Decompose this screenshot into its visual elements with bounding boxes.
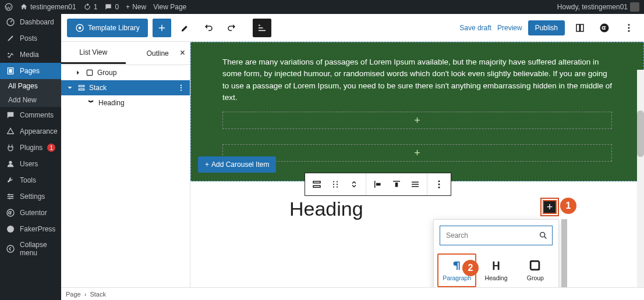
inserter-search-input[interactable] [440, 226, 553, 245]
preview-button[interactable]: Preview [497, 24, 522, 32]
svg-point-14 [7, 245, 14, 252]
comments-link[interactable]: 0 [104, 3, 119, 11]
updates-count: 1 [94, 3, 98, 11]
sidebar-item-gutentor[interactable]: Gutentor [0, 205, 61, 221]
sidebar-item-users[interactable]: Users [0, 156, 61, 172]
inserter-group[interactable]: Group [516, 253, 555, 287]
svg-point-25 [628, 30, 630, 31]
sidebar-item-fakerpress[interactable]: FakerPress [0, 221, 61, 237]
bt-move-icon[interactable] [345, 175, 363, 194]
breadcrumb: Page › Stack [61, 287, 644, 300]
svg-rect-45 [412, 184, 419, 185]
carousel-block[interactable]: There are many variations of passages of… [190, 42, 644, 181]
svg-point-38 [337, 184, 338, 185]
more-options-button[interactable] [620, 19, 638, 37]
new-link[interactable]: +New [126, 3, 146, 11]
listview-toggle-button[interactable] [253, 19, 271, 37]
tab-listview[interactable]: List View [61, 42, 126, 64]
plugins-badge: 1 [47, 144, 55, 152]
chevron-down-icon [66, 84, 74, 92]
group-icon [86, 69, 94, 77]
sidebar-item-settings[interactable]: Settings [0, 188, 61, 205]
submenu-add-new[interactable]: Add New [0, 93, 61, 107]
site-name-link[interactable]: testingemen01 [20, 3, 76, 11]
callout-2: 2 [462, 260, 479, 276]
svg-point-36 [333, 186, 334, 187]
edit-mode-button[interactable] [176, 19, 194, 37]
sidebar-item-collapse[interactable]: Collapse menu [0, 237, 61, 260]
breadcrumb-page[interactable]: Page [66, 291, 81, 298]
sidebar-item-plugins[interactable]: Plugins1 [0, 140, 61, 156]
add-zone-2[interactable]: + [222, 144, 612, 162]
svg-point-9 [8, 194, 10, 195]
template-library-button[interactable]: Template Library [67, 19, 148, 37]
svg-point-2 [8, 53, 9, 55]
listview-panel: List View Outline × Group Stack [61, 42, 190, 300]
svg-rect-4 [9, 69, 12, 73]
gutentor-icon[interactable] [595, 19, 614, 37]
callout-1: 1 [560, 198, 576, 214]
sidebar-item-pages[interactable]: Pages [0, 63, 61, 79]
howdy-link[interactable]: Howdy, testingemen01 [557, 2, 639, 12]
inline-add-block-button[interactable]: + [543, 200, 557, 214]
chevron-right-icon [74, 69, 82, 77]
editor-toolbar: Template Library Save draft Preview Publ… [61, 14, 644, 42]
admin-bar: testingemen01 1 0 +New View Page Howdy, … [0, 0, 644, 14]
view-page-link[interactable]: View Page [153, 3, 186, 11]
svg-rect-51 [531, 262, 540, 270]
add-zone-1[interactable]: + [222, 112, 612, 129]
sidebar-item-comments[interactable]: Comments [0, 107, 61, 123]
page-scrollbar[interactable] [637, 70, 644, 287]
updates-link[interactable]: 1 [83, 3, 98, 11]
heading-block[interactable]: Heading [289, 198, 363, 220]
svg-rect-33 [313, 185, 320, 187]
bt-drag-icon[interactable] [326, 175, 345, 194]
editor: Template Library Save draft Preview Publ… [61, 14, 644, 300]
bt-more-icon[interactable] [430, 175, 448, 194]
svg-rect-27 [79, 85, 84, 87]
redo-button[interactable] [222, 19, 241, 37]
tree-item-heading[interactable]: Heading [61, 95, 190, 110]
svg-rect-42 [393, 181, 400, 182]
inserter-heading[interactable]: Heading [476, 253, 515, 287]
settings-panel-button[interactable] [571, 19, 589, 37]
svg-rect-26 [87, 70, 92, 75]
svg-point-29 [181, 85, 182, 86]
site-name: testingemen01 [30, 3, 76, 11]
svg-rect-18 [259, 27, 263, 28]
tree-more-icon[interactable] [177, 84, 185, 92]
bt-stack-icon[interactable] [307, 175, 326, 194]
svg-rect-46 [412, 186, 419, 187]
comments-count: 0 [115, 3, 119, 11]
tree-item-group[interactable]: Group [61, 65, 190, 80]
submenu-all-pages[interactable]: All Pages [0, 79, 61, 93]
svg-rect-20 [576, 24, 579, 31]
sidebar-item-media[interactable]: Media [0, 47, 61, 63]
sidebar-item-posts[interactable]: Posts [0, 30, 61, 47]
sidebar-item-tools[interactable]: Tools [0, 172, 61, 188]
avatar [630, 2, 639, 12]
svg-point-48 [438, 184, 440, 185]
svg-rect-43 [395, 183, 398, 187]
lorem-paragraph: There are many variations of passages of… [222, 56, 612, 103]
undo-button[interactable] [199, 19, 218, 37]
bt-align-full-icon[interactable] [406, 175, 424, 194]
publish-button[interactable]: Publish [528, 20, 565, 35]
add-carousel-item-button[interactable]: +Add Carousel Item [198, 156, 276, 173]
sidebar-item-appearance[interactable]: Appearance [0, 123, 61, 140]
breadcrumb-stack[interactable]: Stack [90, 291, 106, 298]
add-block-toolbar-button[interactable] [153, 19, 171, 37]
tree-item-stack[interactable]: Stack [61, 80, 190, 95]
svg-point-13 [7, 226, 14, 233]
bt-align-left-icon[interactable] [369, 175, 387, 194]
block-toolbar [305, 173, 451, 196]
sidebar-item-dashboard[interactable]: Dashboard [0, 14, 61, 30]
editor-canvas[interactable]: There are many variations of passages of… [190, 42, 644, 300]
close-listview-button[interactable]: × [180, 48, 185, 58]
wp-logo[interactable] [5, 3, 13, 11]
svg-rect-17 [259, 24, 260, 26]
bt-align-top-icon[interactable] [387, 175, 406, 194]
save-draft-button[interactable]: Save draft [459, 24, 491, 32]
svg-rect-21 [581, 24, 583, 31]
svg-point-11 [9, 198, 10, 199]
